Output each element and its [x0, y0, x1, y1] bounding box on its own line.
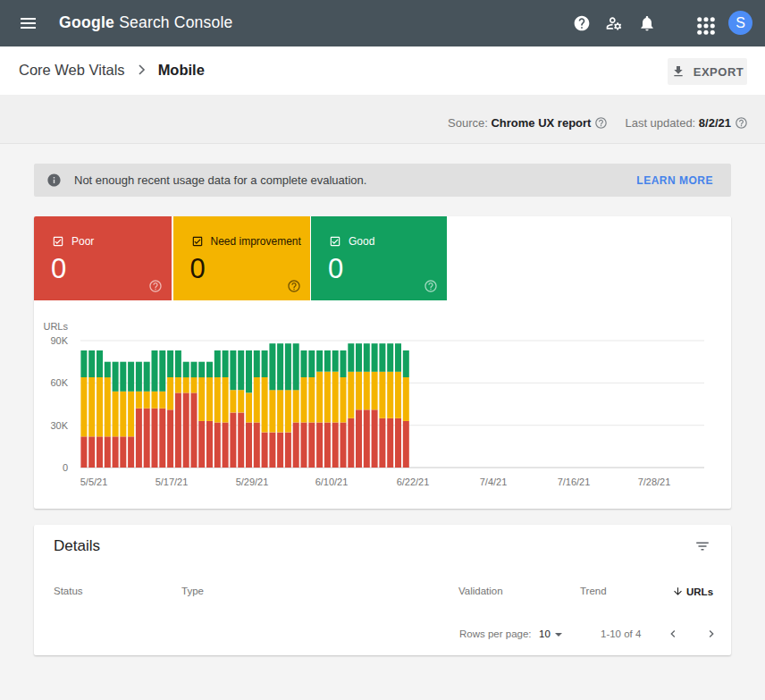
- svg-text:5/17/21: 5/17/21: [156, 477, 189, 487]
- svg-text:5/5/21: 5/5/21: [80, 477, 108, 487]
- svg-text:7/16/21: 7/16/21: [558, 477, 591, 487]
- svg-text:6/10/21: 6/10/21: [315, 477, 349, 487]
- svg-text:7/4/21: 7/4/21: [480, 477, 508, 487]
- svg-text:URLs: URLs: [43, 321, 68, 332]
- svg-text:0: 0: [63, 462, 68, 473]
- svg-text:90K: 90K: [50, 335, 68, 346]
- svg-text:7/28/21: 7/28/21: [638, 477, 671, 487]
- svg-text:6/22/21: 6/22/21: [397, 477, 430, 487]
- svg-text:5/29/21: 5/29/21: [236, 477, 269, 487]
- svg-text:60K: 60K: [50, 377, 68, 388]
- svg-text:30K: 30K: [50, 420, 68, 431]
